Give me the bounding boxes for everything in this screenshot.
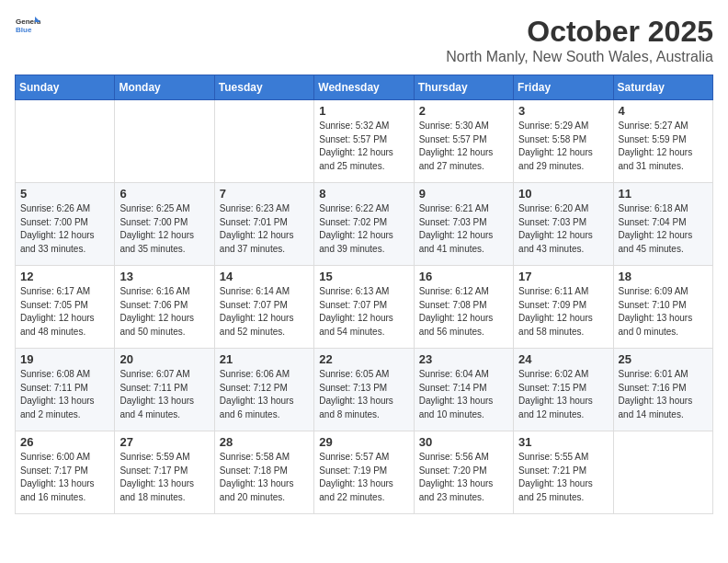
calendar-cell: 11Sunrise: 6:18 AM Sunset: 7:04 PM Dayli…: [613, 183, 712, 266]
calendar-cell: 6Sunrise: 6:25 AM Sunset: 7:00 PM Daylig…: [115, 183, 214, 266]
weekday-header-wednesday: Wednesday: [314, 75, 414, 100]
day-info: Sunrise: 6:06 AM Sunset: 7:12 PM Dayligh…: [220, 368, 309, 421]
day-number: 18: [619, 270, 708, 283]
day-info: Sunrise: 6:21 AM Sunset: 7:03 PM Dayligh…: [419, 202, 508, 256]
logo-icon: General Blue: [15, 15, 40, 35]
day-number: 2: [419, 104, 508, 118]
calendar-cell: 10Sunrise: 6:20 AM Sunset: 7:03 PM Dayli…: [514, 183, 613, 266]
weekday-header-sunday: Sunday: [16, 75, 115, 100]
day-info: Sunrise: 6:00 AM Sunset: 7:17 PM Dayligh…: [20, 451, 109, 504]
day-info: Sunrise: 6:18 AM Sunset: 7:04 PM Dayligh…: [619, 202, 708, 256]
calendar-cell: 5Sunrise: 6:26 AM Sunset: 7:00 PM Daylig…: [16, 183, 115, 266]
day-number: 3: [518, 104, 608, 118]
calendar-cell: 3Sunrise: 5:29 AM Sunset: 5:58 PM Daylig…: [514, 100, 613, 183]
day-info: Sunrise: 5:27 AM Sunset: 5:59 PM Dayligh…: [619, 120, 708, 173]
calendar-cell: [214, 100, 313, 183]
day-number: 26: [20, 435, 109, 449]
day-info: Sunrise: 5:30 AM Sunset: 5:57 PM Dayligh…: [419, 120, 508, 173]
week-row-2: 12Sunrise: 6:17 AM Sunset: 7:05 PM Dayli…: [16, 266, 713, 349]
weekday-header-saturday: Saturday: [613, 75, 712, 100]
calendar-cell: 19Sunrise: 6:08 AM Sunset: 7:11 PM Dayli…: [16, 349, 115, 431]
day-info: Sunrise: 6:05 AM Sunset: 7:13 PM Dayligh…: [319, 368, 408, 421]
day-number: 27: [119, 435, 209, 449]
day-number: 5: [20, 187, 109, 201]
calendar-cell: 15Sunrise: 6:13 AM Sunset: 7:07 PM Dayli…: [314, 266, 414, 349]
day-number: 12: [20, 270, 109, 283]
day-number: 17: [518, 270, 608, 283]
calendar-cell: 21Sunrise: 6:06 AM Sunset: 7:12 PM Dayli…: [214, 349, 313, 431]
calendar-cell: [16, 100, 115, 183]
day-number: 8: [319, 187, 408, 201]
calendar-cell: 12Sunrise: 6:17 AM Sunset: 7:05 PM Dayli…: [16, 266, 115, 349]
day-number: 23: [419, 352, 508, 366]
day-info: Sunrise: 5:58 AM Sunset: 7:18 PM Dayligh…: [220, 451, 309, 504]
day-number: 6: [119, 187, 209, 201]
day-number: 31: [518, 435, 608, 449]
day-info: Sunrise: 6:12 AM Sunset: 7:08 PM Dayligh…: [419, 285, 508, 339]
day-info: Sunrise: 6:02 AM Sunset: 7:15 PM Dayligh…: [518, 368, 608, 421]
calendar-cell: 18Sunrise: 6:09 AM Sunset: 7:10 PM Dayli…: [613, 266, 712, 349]
day-number: 14: [220, 270, 309, 283]
week-row-4: 26Sunrise: 6:00 AM Sunset: 7:17 PM Dayli…: [16, 431, 713, 514]
calendar-cell: 8Sunrise: 6:22 AM Sunset: 7:02 PM Daylig…: [314, 183, 414, 266]
day-number: 10: [518, 187, 608, 201]
day-info: Sunrise: 6:14 AM Sunset: 7:07 PM Dayligh…: [220, 285, 309, 339]
calendar-cell: [613, 431, 712, 514]
day-info: Sunrise: 6:25 AM Sunset: 7:00 PM Dayligh…: [119, 202, 209, 256]
day-info: Sunrise: 6:23 AM Sunset: 7:01 PM Dayligh…: [220, 202, 309, 256]
calendar-cell: 16Sunrise: 6:12 AM Sunset: 7:08 PM Dayli…: [414, 266, 513, 349]
weekday-header-row: SundayMondayTuesdayWednesdayThursdayFrid…: [16, 75, 713, 100]
calendar-cell: 7Sunrise: 6:23 AM Sunset: 7:01 PM Daylig…: [214, 183, 313, 266]
week-row-0: 1Sunrise: 5:32 AM Sunset: 5:57 PM Daylig…: [16, 100, 713, 183]
day-number: 25: [619, 352, 708, 366]
day-number: 4: [619, 104, 708, 118]
calendar-cell: 29Sunrise: 5:57 AM Sunset: 7:19 PM Dayli…: [314, 431, 414, 514]
svg-text:Blue: Blue: [16, 26, 32, 34]
day-info: Sunrise: 6:22 AM Sunset: 7:02 PM Dayligh…: [319, 202, 408, 256]
location-title: North Manly, New South Wales, Australia: [446, 49, 713, 65]
calendar-cell: 27Sunrise: 5:59 AM Sunset: 7:17 PM Dayli…: [115, 431, 214, 514]
day-info: Sunrise: 5:59 AM Sunset: 7:17 PM Dayligh…: [119, 451, 209, 504]
day-number: 7: [220, 187, 309, 201]
day-info: Sunrise: 6:04 AM Sunset: 7:14 PM Dayligh…: [419, 368, 508, 421]
day-info: Sunrise: 6:26 AM Sunset: 7:00 PM Dayligh…: [20, 202, 109, 256]
weekday-header-friday: Friday: [514, 75, 613, 100]
day-number: 15: [319, 270, 408, 283]
day-info: Sunrise: 5:29 AM Sunset: 5:58 PM Dayligh…: [518, 120, 608, 173]
weekday-header-tuesday: Tuesday: [214, 75, 313, 100]
day-number: 29: [319, 435, 408, 449]
day-info: Sunrise: 6:20 AM Sunset: 7:03 PM Dayligh…: [518, 202, 608, 256]
page-header: General Blue October 2025 North Manly, N…: [15, 15, 713, 65]
day-info: Sunrise: 6:09 AM Sunset: 7:10 PM Dayligh…: [619, 285, 708, 339]
calendar-cell: 20Sunrise: 6:07 AM Sunset: 7:11 PM Dayli…: [115, 349, 214, 431]
logo: General Blue: [15, 15, 40, 35]
day-info: Sunrise: 5:32 AM Sunset: 5:57 PM Dayligh…: [319, 120, 408, 173]
calendar-cell: 25Sunrise: 6:01 AM Sunset: 7:16 PM Dayli…: [613, 349, 712, 431]
day-info: Sunrise: 6:11 AM Sunset: 7:09 PM Dayligh…: [518, 285, 608, 339]
day-info: Sunrise: 6:17 AM Sunset: 7:05 PM Dayligh…: [20, 285, 109, 339]
calendar-cell: 9Sunrise: 6:21 AM Sunset: 7:03 PM Daylig…: [414, 183, 513, 266]
day-info: Sunrise: 5:57 AM Sunset: 7:19 PM Dayligh…: [319, 451, 408, 504]
day-number: 1: [319, 104, 408, 118]
calendar-cell: 2Sunrise: 5:30 AM Sunset: 5:57 PM Daylig…: [414, 100, 513, 183]
weekday-header-monday: Monday: [115, 75, 214, 100]
calendar-cell: 4Sunrise: 5:27 AM Sunset: 5:59 PM Daylig…: [613, 100, 712, 183]
day-number: 21: [220, 352, 309, 366]
day-info: Sunrise: 6:08 AM Sunset: 7:11 PM Dayligh…: [20, 368, 109, 421]
day-number: 20: [119, 352, 209, 366]
day-number: 16: [419, 270, 508, 283]
calendar-cell: 22Sunrise: 6:05 AM Sunset: 7:13 PM Dayli…: [314, 349, 414, 431]
day-info: Sunrise: 5:56 AM Sunset: 7:20 PM Dayligh…: [419, 451, 508, 504]
day-number: 13: [119, 270, 209, 283]
day-number: 24: [518, 352, 608, 366]
day-number: 11: [619, 187, 708, 201]
week-row-1: 5Sunrise: 6:26 AM Sunset: 7:00 PM Daylig…: [16, 183, 713, 266]
day-info: Sunrise: 6:07 AM Sunset: 7:11 PM Dayligh…: [119, 368, 209, 421]
calendar-table: SundayMondayTuesdayWednesdayThursdayFrid…: [15, 75, 713, 514]
month-title: October 2025: [446, 15, 713, 49]
day-number: 19: [20, 352, 109, 366]
calendar-cell: 31Sunrise: 5:55 AM Sunset: 7:21 PM Dayli…: [514, 431, 613, 514]
day-number: 9: [419, 187, 508, 201]
week-row-3: 19Sunrise: 6:08 AM Sunset: 7:11 PM Dayli…: [16, 349, 713, 431]
weekday-header-thursday: Thursday: [414, 75, 513, 100]
